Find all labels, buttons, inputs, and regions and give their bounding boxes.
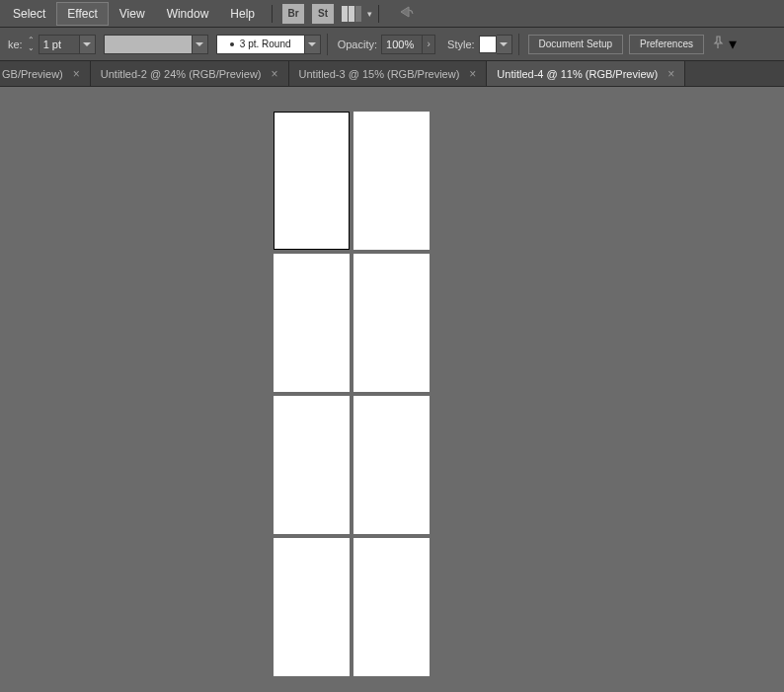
chevron-down-icon[interactable]: ⌄ <box>27 44 37 52</box>
artboard[interactable] <box>274 112 350 250</box>
menu-help[interactable]: Help <box>219 2 266 26</box>
document-tab[interactable]: Untitled-3 @ 15% (RGB/Preview) × <box>289 61 488 86</box>
close-icon[interactable]: × <box>469 67 476 81</box>
search-icon[interactable] <box>399 4 417 24</box>
options-separator-1 <box>327 34 328 55</box>
artboard[interactable] <box>353 538 430 676</box>
bridge-button[interactable]: Br <box>282 4 304 24</box>
stroke-weight-dropdown[interactable] <box>80 35 96 54</box>
brush-definition-field[interactable]: 3 pt. Round <box>216 35 305 54</box>
artboard[interactable] <box>274 254 350 392</box>
artboard[interactable] <box>274 396 350 534</box>
tab-label: Untitled-2 @ 24% (RGB/Preview) <box>101 68 262 80</box>
brush-definition-label: 3 pt. Round <box>240 38 291 49</box>
stroke-stepper[interactable]: ⌃ ⌄ <box>27 37 37 52</box>
workspace-icon[interactable] <box>342 6 361 22</box>
close-icon[interactable]: × <box>272 67 278 81</box>
workspace-dropdown-icon[interactable]: ▾ <box>367 9 372 19</box>
artboard[interactable] <box>353 254 430 392</box>
close-icon[interactable]: × <box>667 67 674 81</box>
document-tab-bar: GB/Preview) × Untitled-2 @ 24% (RGB/Prev… <box>0 61 784 87</box>
menu-separator-2 <box>378 5 379 23</box>
menu-bar: Select Effect View Window Help Br St ▾ <box>0 0 784 28</box>
style-label: Style: <box>447 38 475 50</box>
variable-width-dropdown[interactable] <box>193 35 208 54</box>
stroke-label: ke: <box>8 38 23 50</box>
pin-dropdown-icon[interactable]: ▾ <box>729 35 737 53</box>
artboard[interactable] <box>274 538 350 676</box>
menu-view[interactable]: View <box>109 2 156 26</box>
close-icon[interactable]: × <box>73 67 80 81</box>
opacity-field[interactable]: 100% <box>381 35 423 54</box>
document-tab[interactable]: Untitled-4 @ 11% (RGB/Preview) × <box>487 61 685 86</box>
artboard-grid <box>274 112 430 676</box>
menu-separator <box>272 5 273 23</box>
stock-button[interactable]: St <box>312 4 334 24</box>
opacity-flyout-icon[interactable]: › <box>422 35 435 54</box>
variable-width-swatch[interactable] <box>104 35 193 54</box>
preferences-button[interactable]: Preferences <box>629 35 704 54</box>
document-setup-button[interactable]: Document Setup <box>528 35 624 54</box>
options-separator-2 <box>518 34 519 55</box>
canvas-area[interactable] <box>0 87 784 692</box>
pin-icon[interactable] <box>711 36 725 52</box>
artboard[interactable] <box>353 396 430 534</box>
document-tab[interactable]: GB/Preview) × <box>0 61 91 86</box>
opacity-label: Opacity: <box>338 38 377 50</box>
brush-dot-icon <box>230 42 234 46</box>
graphic-style-swatch[interactable] <box>479 36 497 53</box>
tab-label: GB/Preview) <box>2 68 63 80</box>
document-tab[interactable]: Untitled-2 @ 24% (RGB/Preview) × <box>91 61 289 86</box>
graphic-style-dropdown[interactable] <box>497 35 512 54</box>
artboard[interactable] <box>353 112 430 250</box>
tab-label: Untitled-3 @ 15% (RGB/Preview) <box>299 68 460 80</box>
options-bar: ke: ⌃ ⌄ 1 pt 3 pt. Round Opacity: 100% ›… <box>0 28 784 61</box>
menu-select[interactable]: Select <box>2 2 56 26</box>
tab-label: Untitled-4 @ 11% (RGB/Preview) <box>497 68 658 80</box>
menu-window[interactable]: Window <box>156 2 220 26</box>
brush-definition-dropdown[interactable] <box>305 35 321 54</box>
menu-effect[interactable]: Effect <box>56 2 108 26</box>
stroke-weight-field[interactable]: 1 pt <box>39 35 80 54</box>
